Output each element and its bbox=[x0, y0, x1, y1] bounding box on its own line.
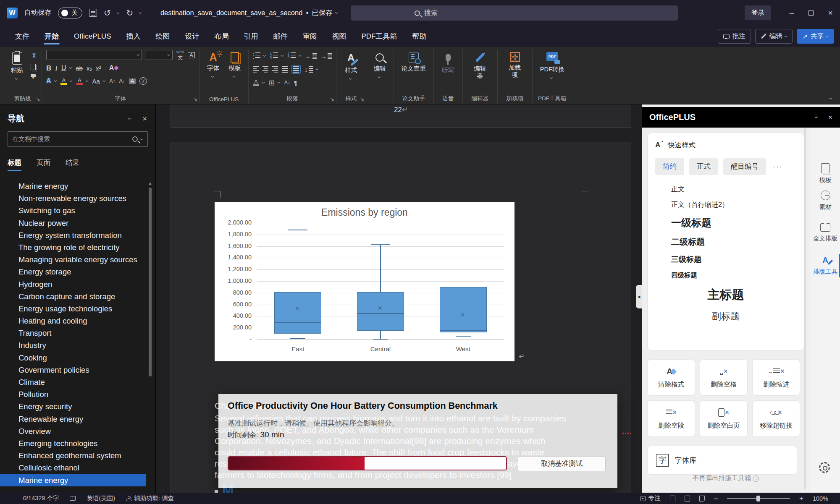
shrink-font-button[interactable]: A↓ bbox=[119, 78, 125, 84]
nav-heading-item[interactable]: Pollution bbox=[0, 388, 146, 400]
nav-heading-item[interactable]: Climate bbox=[0, 376, 146, 388]
pdf-convert-button[interactable]: PDF PDF转换 › bbox=[537, 50, 568, 84]
style-chip-正式[interactable]: 正式 bbox=[689, 158, 718, 175]
format-painter-icon[interactable] bbox=[31, 74, 36, 77]
font-size-combo[interactable]: › bbox=[146, 50, 173, 60]
sign-in-button[interactable]: 登录 bbox=[745, 5, 771, 20]
decrease-indent-button[interactable]: ← bbox=[305, 53, 317, 59]
quick-access-chevron-icon[interactable]: › bbox=[138, 12, 144, 14]
editing-mode-button[interactable]: 编辑› bbox=[755, 29, 793, 44]
borders-button[interactable]: ⊞ bbox=[269, 79, 275, 86]
share-button[interactable]: ↗共享› bbox=[797, 29, 834, 44]
justify-button[interactable] bbox=[282, 66, 288, 73]
strip-item-排版工具[interactable]: A排版工具 bbox=[810, 256, 840, 276]
bold-button[interactable]: B bbox=[46, 65, 51, 72]
style-item-h2[interactable]: 二级标题 bbox=[655, 233, 796, 251]
tool-button-删除空段[interactable]: ×删除空段 bbox=[647, 400, 695, 437]
underline-button[interactable]: U bbox=[61, 65, 66, 71]
style-chip-醒目编号[interactable]: 醒目编号 bbox=[723, 158, 766, 175]
font-color-chevron-icon[interactable]: › bbox=[84, 80, 90, 82]
zoom-slider-thumb[interactable] bbox=[756, 496, 760, 501]
nav-heading-item[interactable]: Marine energy bbox=[0, 474, 146, 486]
font-library-card[interactable]: 字 字体库 bbox=[647, 446, 797, 475]
tool-button-清除格式[interactable]: A清除格式 bbox=[647, 359, 695, 396]
nav-scroll-thumb[interactable] bbox=[149, 188, 152, 376]
nav-heading-item[interactable]: Transport bbox=[0, 327, 146, 339]
tab-OfficePLUS[interactable]: OfficePLUS bbox=[67, 28, 118, 45]
multilevel-chevron-icon[interactable]: › bbox=[297, 55, 303, 57]
change-case-chevron-icon[interactable]: › bbox=[102, 80, 108, 82]
panel-close-icon[interactable]: × bbox=[828, 114, 832, 121]
paste-button[interactable]: 粘贴 › bbox=[8, 50, 26, 84]
autosave-toggle[interactable]: 关 bbox=[58, 8, 82, 18]
tool-button-删除缩进[interactable]: →×删除缩进 bbox=[752, 359, 800, 396]
italic-button[interactable]: I bbox=[55, 65, 58, 72]
strip-item-模板[interactable]: 模板 bbox=[810, 163, 840, 184]
copy-icon[interactable] bbox=[31, 64, 36, 70]
grow-font-button[interactable]: A↑ bbox=[110, 78, 116, 84]
nav-scrollbar[interactable]: ▲ bbox=[147, 181, 153, 487]
nav-heading-item[interactable]: Energy system transformation bbox=[0, 229, 146, 241]
nav-heading-item[interactable]: Energy security bbox=[0, 400, 146, 413]
zoom-slider[interactable] bbox=[727, 498, 790, 499]
style-item-h3[interactable]: 三级标题 bbox=[655, 251, 796, 268]
addins-button[interactable]: 加载项 bbox=[502, 50, 528, 81]
plagiarism-check-button[interactable]: 论文查重 bbox=[398, 50, 429, 75]
line-spacing-chevron-icon[interactable]: › bbox=[315, 68, 320, 71]
show-marks-button[interactable]: ¶ bbox=[294, 80, 297, 86]
nav-tab-标题[interactable]: 标题 bbox=[8, 158, 21, 171]
paragraph-dialog-launcher-icon[interactable]: ↘ bbox=[331, 97, 334, 102]
style-item-title[interactable]: 主标题 bbox=[655, 283, 796, 307]
nav-heading-item[interactable]: Energy storage bbox=[0, 266, 146, 278]
bullets-button[interactable] bbox=[253, 52, 260, 60]
tab-插入[interactable]: 插入 bbox=[120, 27, 147, 45]
panel-chevron-icon[interactable]: › bbox=[814, 116, 821, 119]
nav-tab-结果[interactable]: 结果 bbox=[66, 158, 79, 171]
distributed-button[interactable] bbox=[291, 65, 301, 74]
undo-chevron-icon[interactable]: › bbox=[116, 12, 121, 14]
enclose-characters-button[interactable]: 字 bbox=[139, 77, 147, 85]
style-item-h4[interactable]: 四级标题 bbox=[655, 268, 796, 283]
nav-tab-页面[interactable]: 页面 bbox=[37, 158, 50, 171]
nav-heading-item[interactable]: Enhanced geothermal system bbox=[0, 449, 146, 462]
nav-heading-item[interactable]: Managing variable energy sources bbox=[0, 253, 146, 266]
align-center-button[interactable] bbox=[262, 66, 268, 73]
align-left-button[interactable] bbox=[253, 66, 259, 73]
tab-引用[interactable]: 引用 bbox=[237, 27, 265, 45]
focus-mode-button[interactable]: 专注 bbox=[640, 494, 661, 502]
borders-chevron-icon[interactable]: › bbox=[276, 82, 282, 84]
tab-帮助[interactable]: 帮助 bbox=[406, 27, 433, 45]
tab-邮件[interactable]: 邮件 bbox=[267, 27, 294, 45]
character-border-button[interactable]: A bbox=[188, 52, 195, 58]
tab-文件[interactable]: 文件 bbox=[8, 27, 36, 45]
tab-绘图[interactable]: 绘图 bbox=[149, 27, 177, 45]
close-button[interactable]: × bbox=[821, 0, 840, 26]
font-name-combo[interactable]: › bbox=[46, 50, 142, 60]
cancel-benchmark-button[interactable]: 取消基准测试 bbox=[518, 456, 606, 471]
minimize-button[interactable]: – bbox=[782, 0, 801, 26]
language-indicator[interactable]: 英语(美国) bbox=[87, 494, 115, 502]
style-item-sub[interactable]: 副标题 bbox=[655, 307, 796, 326]
nav-search-input[interactable]: 在文档中搜索 › bbox=[8, 131, 148, 147]
comments-button[interactable]: 批注 bbox=[718, 29, 751, 44]
tab-视图[interactable]: 视图 bbox=[326, 27, 353, 45]
phonetic-guide-button[interactable]: wén文 bbox=[176, 50, 184, 60]
font-color-button[interactable]: A bbox=[76, 78, 83, 85]
document-title[interactable]: destination_save_document_save_as_second… bbox=[160, 8, 338, 18]
style-item-body[interactable]: 正文 bbox=[655, 182, 796, 197]
nav-heading-item[interactable]: Carbon capture and storage bbox=[0, 290, 146, 303]
nav-heading-item[interactable]: Non-renewable energy sources bbox=[0, 192, 146, 204]
change-case-button[interactable]: Aa bbox=[92, 78, 100, 84]
maximize-button[interactable] bbox=[801, 0, 821, 26]
clear-formatting-button[interactable]: A bbox=[109, 65, 118, 71]
character-shading-button[interactable]: A bbox=[129, 78, 136, 84]
nav-pane-close-icon[interactable]: × bbox=[142, 115, 147, 123]
tab-布局[interactable]: 布局 bbox=[208, 27, 236, 45]
web-layout-icon[interactable] bbox=[699, 496, 705, 501]
numbering-chevron-icon[interactable]: › bbox=[280, 55, 286, 57]
nav-heading-item[interactable]: Energy usage technologies bbox=[0, 303, 146, 315]
sort-button[interactable]: A↓ bbox=[284, 80, 290, 85]
superscript-button[interactable]: x² bbox=[96, 65, 101, 71]
clipboard-dialog-launcher-icon[interactable]: ↘ bbox=[36, 97, 40, 102]
tab-开始[interactable]: 开始 bbox=[38, 27, 66, 45]
